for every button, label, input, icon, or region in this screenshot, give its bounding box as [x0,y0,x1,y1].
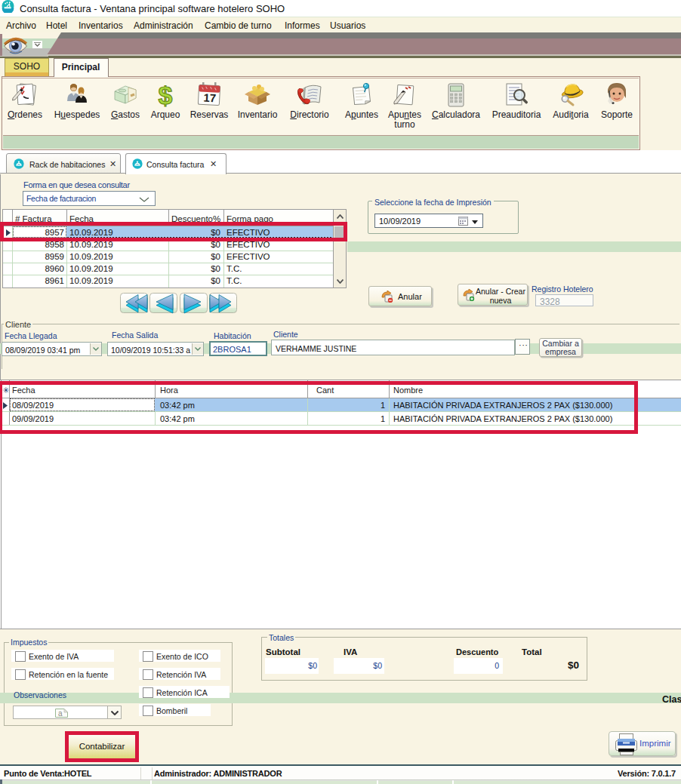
svg-text:a: a [58,709,63,718]
svg-text:17: 17 [203,91,217,105]
svg-text:$: $ [159,81,173,109]
